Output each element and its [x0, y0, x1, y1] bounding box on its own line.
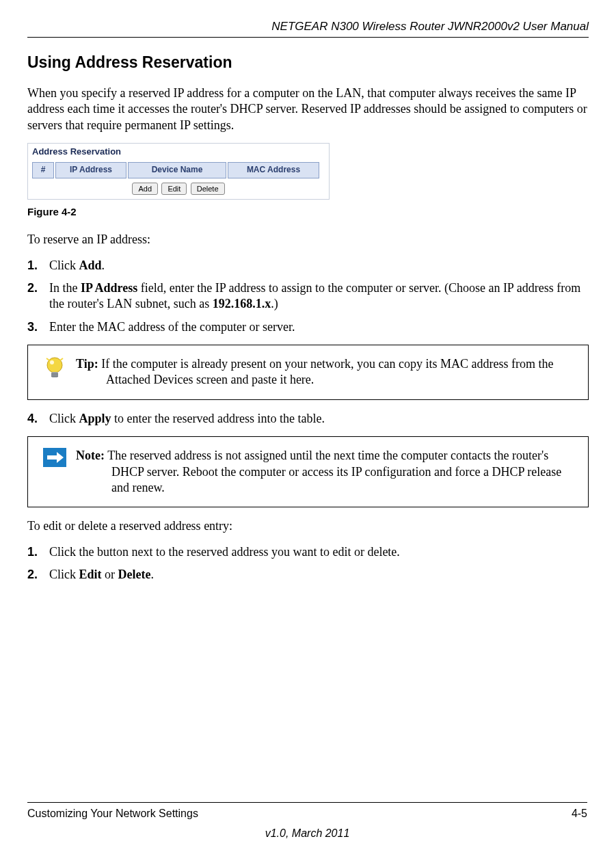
note-icon-cell: [36, 448, 73, 467]
tip-text: Tip: If the computer is already present …: [73, 356, 580, 388]
note-text: Note: The reserved address is not assign…: [73, 448, 580, 496]
figure-caption: Figure 4-2: [27, 205, 589, 219]
step-number: 2.: [27, 280, 38, 296]
col-number: #: [32, 162, 54, 178]
col-device-name: Device Name: [128, 162, 226, 178]
step-text: Click Edit or Delete.: [49, 568, 154, 581]
step-text: In the IP Address field, enter the IP ad…: [49, 281, 580, 310]
reserve-steps: 1. Click Add. 2. In the IP Address field…: [27, 258, 589, 336]
arrow-right-icon: [43, 448, 66, 467]
manual-title-header: NETGEAR N300 Wireless Router JWNR2000v2 …: [27, 19, 589, 34]
page-footer: Customizing Your Network Settings 4-5 v1…: [27, 802, 587, 841]
figure-screenshot: Address Reservation # IP Address Device …: [27, 143, 589, 199]
step-text: Click Add.: [49, 258, 105, 272]
step-number: 3.: [27, 319, 38, 335]
svg-line-2: [46, 358, 49, 360]
reservation-table-header: # IP Address Device Name MAC Address: [32, 162, 325, 178]
add-button[interactable]: Add: [132, 183, 158, 195]
svg-rect-6: [51, 375, 58, 377]
tip-callout: Tip: If the computer is already present …: [27, 345, 589, 400]
section-heading: Using Address Reservation: [27, 53, 589, 73]
panel-buttons: Add Edit Delete: [28, 178, 329, 199]
svg-rect-5: [51, 373, 58, 375]
step-3: 3. Enter the MAC address of the computer…: [27, 319, 589, 335]
lightbulb-icon: [44, 356, 66, 381]
footer-version: v1.0, March 2011: [27, 827, 587, 841]
col-ip-address: IP Address: [55, 162, 126, 178]
tip-icon-cell: [36, 356, 73, 381]
footer-page-number: 4-5: [572, 807, 587, 821]
footer-chapter: Customizing Your Network Settings: [27, 807, 198, 821]
edit-step-2: 2. Click Edit or Delete.: [27, 567, 589, 583]
header-rule: [27, 37, 589, 38]
step-1: 1. Click Add.: [27, 258, 589, 274]
svg-line-3: [60, 358, 63, 360]
svg-point-1: [50, 360, 54, 364]
step-number: 1.: [27, 258, 38, 274]
edit-button[interactable]: Edit: [161, 183, 187, 195]
col-mac-address: MAC Address: [228, 162, 319, 178]
step-4: 4. Click Apply to enter the reserved add…: [27, 411, 589, 427]
reserve-step-4: 4. Click Apply to enter the reserved add…: [27, 411, 589, 427]
edit-steps: 1. Click the button next to the reserved…: [27, 544, 589, 583]
step-number: 2.: [27, 567, 38, 583]
edit-step-1: 1. Click the button next to the reserved…: [27, 544, 589, 560]
edit-intro: To edit or delete a reserved address ent…: [27, 518, 589, 534]
step-text: Click Apply to enter the reserved addres…: [49, 412, 325, 425]
reserve-intro: To reserve an IP address:: [27, 232, 589, 248]
note-callout: Note: The reserved address is not assign…: [27, 436, 589, 507]
intro-paragraph: When you specify a reserved IP address f…: [27, 85, 589, 133]
step-text: Click the button next to the reserved ad…: [49, 545, 400, 559]
address-reservation-panel: Address Reservation # IP Address Device …: [27, 143, 330, 199]
panel-title: Address Reservation: [28, 144, 329, 162]
step-2: 2. In the IP Address field, enter the IP…: [27, 280, 589, 312]
step-number: 4.: [27, 411, 38, 427]
step-number: 1.: [27, 544, 38, 560]
delete-button[interactable]: Delete: [191, 183, 225, 195]
footer-rule: [27, 802, 587, 803]
step-text: Enter the MAC address of the computer or…: [49, 320, 295, 334]
